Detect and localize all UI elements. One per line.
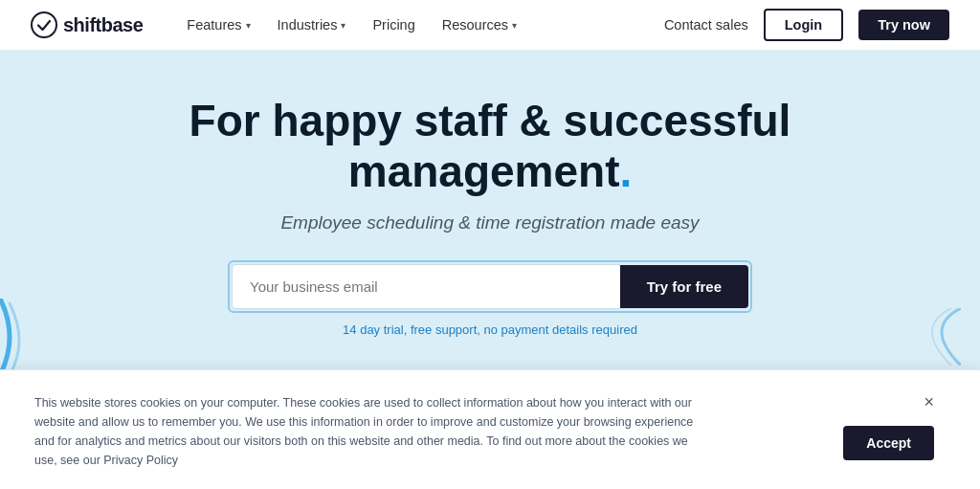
cookie-accept-button[interactable]: Accept <box>843 426 934 460</box>
hero-title: For happy staff & successful management. <box>165 96 815 197</box>
deco-right-shape <box>903 308 961 366</box>
try-for-free-button[interactable]: Try for free <box>620 265 748 308</box>
nav-features[interactable]: Features ▾ <box>173 0 263 50</box>
chevron-down-icon: ▾ <box>512 20 517 31</box>
logo-icon <box>31 11 57 38</box>
nav-industries[interactable]: Industries ▾ <box>264 0 360 50</box>
cookie-banner: This website stores cookies on your comp… <box>0 369 980 489</box>
nav-pricing[interactable]: Pricing <box>359 0 428 50</box>
contact-sales-link[interactable]: Contact sales <box>664 17 748 33</box>
svg-point-0 <box>32 12 56 37</box>
chevron-down-icon: ▾ <box>341 20 345 31</box>
nav-resources[interactable]: Resources ▾ <box>429 0 530 50</box>
nav-links: Features ▾ Industries ▾ Pricing Resource… <box>173 0 664 50</box>
cookie-text: This website stores cookies on your comp… <box>34 393 704 470</box>
deco-left-shape <box>0 299 57 375</box>
hero-subtitle: Employee scheduling & time registration … <box>19 212 961 233</box>
cookie-actions: × Accept <box>843 393 934 460</box>
hero-section: For happy staff & successful management.… <box>0 50 980 375</box>
logo-link[interactable]: shiftbase <box>31 11 143 38</box>
cookie-close-button[interactable]: × <box>924 393 934 411</box>
nav-right: Contact sales Login Try now <box>664 9 949 41</box>
navbar: shiftbase Features ▾ Industries ▾ Pricin… <box>0 0 980 50</box>
trial-note: 14 day trial, free support, no payment d… <box>19 322 961 337</box>
try-now-button[interactable]: Try now <box>858 10 949 40</box>
cookie-text-area: This website stores cookies on your comp… <box>34 393 820 470</box>
email-form: Try for free <box>232 264 748 309</box>
login-button[interactable]: Login <box>764 9 843 41</box>
brand-name: shiftbase <box>63 14 143 36</box>
email-input[interactable] <box>232 264 620 309</box>
chevron-down-icon: ▾ <box>246 20 251 31</box>
